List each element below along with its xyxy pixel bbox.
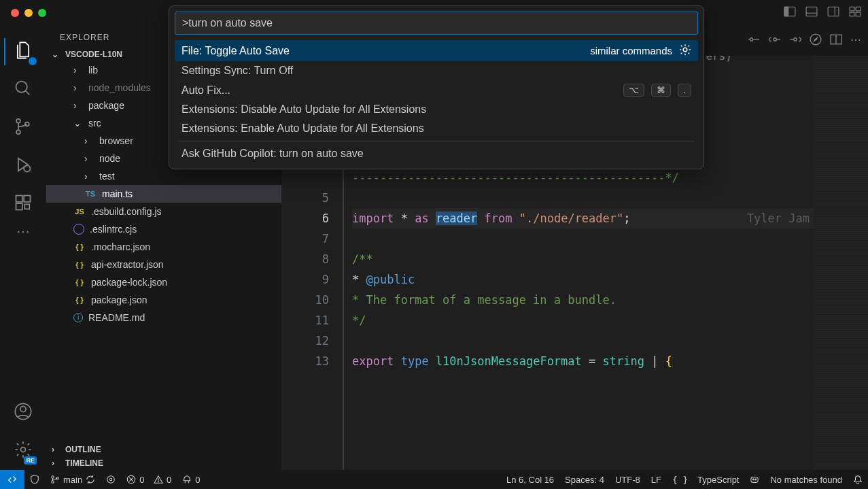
- command-input[interactable]: [175, 12, 698, 35]
- json-file-icon: { }: [73, 294, 86, 306]
- command-item[interactable]: File: Toggle Auto Savesimilar commands: [175, 40, 698, 61]
- layout-controls: [784, 5, 861, 20]
- tree-label: node_modules: [88, 82, 151, 93]
- svg-point-35: [52, 476, 54, 479]
- settings-activity[interactable]: RE: [4, 432, 42, 470]
- eol-status[interactable]: LF: [646, 475, 667, 485]
- panel-left-icon[interactable]: [784, 5, 796, 20]
- svg-point-16: [24, 165, 30, 171]
- encoding-status[interactable]: UTF-8: [610, 475, 646, 485]
- svg-rect-9: [856, 12, 861, 16]
- find-status[interactable]: No matches found: [765, 475, 848, 485]
- branch-status[interactable]: main: [45, 470, 101, 489]
- chevron-right-icon: ›: [52, 458, 61, 468]
- maximize-window-icon[interactable]: [38, 9, 46, 17]
- svg-rect-20: [24, 204, 29, 209]
- svg-point-39: [107, 476, 115, 484]
- window-controls: [11, 9, 46, 17]
- sync-status[interactable]: [101, 470, 121, 489]
- command-item[interactable]: Extensions: Disable Auto Update for All …: [175, 100, 698, 119]
- file-.esbuild.config.js[interactable]: JS.esbuild.config.js: [46, 203, 281, 220]
- panel-bottom-icon[interactable]: [805, 5, 818, 20]
- language-status[interactable]: { } TypeScript: [667, 475, 745, 485]
- command-item[interactable]: Ask GitHub Copilot: turn on auto save: [175, 144, 698, 163]
- file-main.ts[interactable]: TSmain.ts: [46, 185, 281, 203]
- run-activity[interactable]: [4, 147, 42, 185]
- outline-header[interactable]: › OUTLINE: [46, 443, 281, 456]
- svg-point-23: [21, 448, 26, 452]
- tree-label: .esbuild.config.js: [91, 206, 162, 217]
- folder-name: VSCODE-L10N: [65, 50, 122, 59]
- file-.eslintrc.cjs[interactable]: .eslintrc.cjs: [46, 220, 281, 238]
- close-window-icon[interactable]: [11, 9, 19, 17]
- command-item[interactable]: Auto Fix...⌥⌘.: [175, 80, 698, 100]
- info-icon: i: [73, 313, 83, 322]
- file-api-extractor.json[interactable]: { }api-extractor.json: [46, 256, 281, 273]
- split-icon[interactable]: [830, 33, 842, 48]
- commit-graph-icon[interactable]: [748, 33, 761, 48]
- compass-icon[interactable]: [810, 33, 822, 48]
- remote-button[interactable]: [0, 470, 24, 489]
- gear-icon[interactable]: [679, 44, 691, 58]
- js-file-icon: JS: [73, 205, 86, 218]
- command-item[interactable]: Settings Sync: Turn Off: [175, 61, 698, 80]
- layout-custom-icon[interactable]: [849, 5, 861, 20]
- puzzle-icon: [14, 193, 33, 215]
- folder-test[interactable]: ›test: [46, 167, 281, 185]
- command-label: Settings Sync: Turn Off: [181, 65, 293, 77]
- command-label: Extensions: Enable Auto Update for All E…: [181, 122, 424, 135]
- commit-forward-icon[interactable]: [789, 33, 801, 48]
- command-label: File: Toggle Auto Save: [181, 45, 290, 57]
- file-package-lock.json[interactable]: { }package-lock.json: [46, 273, 281, 291]
- blame-author: Tyler Jam: [747, 208, 810, 229]
- svg-rect-2: [806, 7, 817, 16]
- tree-label: README.md: [88, 312, 145, 323]
- tree-label: main.ts: [102, 188, 133, 199]
- search-icon: [14, 79, 33, 101]
- file-README.md[interactable]: iREADME.md: [46, 309, 281, 326]
- chevron-right-icon: ›: [84, 135, 94, 146]
- commit-back-icon[interactable]: [769, 33, 781, 48]
- indent-status[interactable]: Spaces: 4: [559, 475, 610, 485]
- accounts-activity[interactable]: [4, 394, 42, 432]
- timeline-header[interactable]: › TIMELINE: [46, 456, 281, 470]
- more-icon[interactable]: ⋯: [850, 33, 861, 48]
- chevron-right-icon: ›: [84, 153, 94, 164]
- keybind-key: ⌘: [651, 84, 671, 97]
- ts-file-icon: TS: [84, 188, 97, 200]
- trust-button[interactable]: [24, 470, 45, 489]
- tree-label: package: [88, 100, 124, 111]
- minimap[interactable]: [814, 56, 868, 470]
- explorer-activity[interactable]: [4, 33, 42, 71]
- tree-label: .eslintrc.cjs: [90, 224, 137, 235]
- problems-status[interactable]: 0 0: [121, 470, 177, 489]
- command-list: File: Toggle Auto Savesimilar commandsSe…: [175, 40, 698, 163]
- svg-point-13: [16, 130, 20, 134]
- svg-rect-7: [856, 7, 861, 11]
- svg-point-24: [750, 38, 753, 41]
- svg-rect-18: [24, 196, 30, 202]
- file-package.json[interactable]: { }package.json: [46, 291, 281, 309]
- svg-point-29: [794, 38, 797, 41]
- svg-rect-4: [828, 7, 839, 16]
- notifications-button[interactable]: [848, 475, 868, 484]
- copilot-status[interactable]: [744, 475, 765, 484]
- chevron-right-icon: ›: [52, 445, 61, 454]
- minimize-window-icon[interactable]: [24, 9, 33, 17]
- cursor-pos[interactable]: Ln 6, Col 16: [501, 475, 559, 485]
- svg-point-36: [52, 481, 54, 484]
- svg-rect-45: [751, 477, 759, 482]
- play-bug-icon: [14, 155, 33, 177]
- command-item[interactable]: Extensions: Enable Auto Update for All E…: [175, 119, 698, 138]
- more-activity[interactable]: ⋯: [16, 223, 30, 239]
- ports-status[interactable]: 0: [177, 470, 205, 489]
- similar-commands-label: similar commands: [590, 45, 672, 56]
- file-.mocharc.json[interactable]: { }.mocharc.json: [46, 238, 281, 256]
- svg-line-11: [26, 91, 30, 95]
- svg-marker-15: [18, 158, 28, 171]
- panel-right-icon[interactable]: [827, 5, 839, 20]
- extensions-activity[interactable]: [4, 185, 42, 223]
- scm-activity[interactable]: [4, 109, 42, 147]
- search-activity[interactable]: [4, 71, 42, 109]
- command-label: Auto Fix...: [181, 84, 230, 97]
